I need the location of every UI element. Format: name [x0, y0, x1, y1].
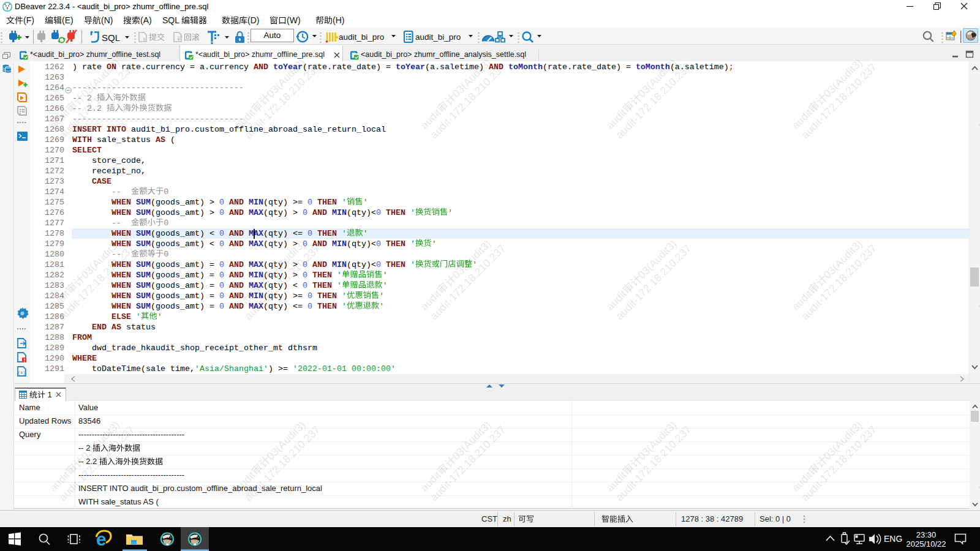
svg-text:SQL: SQL: [102, 32, 120, 43]
svg-text:ENG: ENG: [884, 534, 902, 544]
